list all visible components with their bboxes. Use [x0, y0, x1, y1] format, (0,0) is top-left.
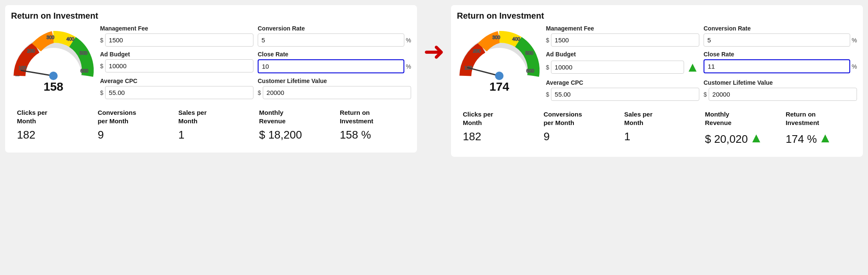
left-panel: Return on Investment — [5, 5, 417, 153]
left-avg-cpc: Average CPC $ — [100, 78, 253, 99]
right-conv-row: % — [704, 33, 857, 47]
left-stat-sales-label: Sales perMonth — [178, 108, 244, 125]
left-conv-wrapper: % — [258, 33, 411, 47]
left-stat-revenue-value: $ 18,200 — [259, 128, 324, 142]
right-stat-revenue-label: MonthlyRevenue — [705, 110, 770, 127]
left-title: Return on Investment — [11, 11, 411, 21]
direction-arrow-container: ➜ — [421, 5, 447, 64]
right-close-rate: Close Rate % — [704, 51, 857, 75]
left-stat-revenue-label: MonthlyRevenue — [259, 108, 324, 125]
right-clv-input[interactable] — [709, 88, 857, 101]
right-stat-conv-value: 9 — [543, 130, 609, 143]
left-close-percent: % — [406, 63, 411, 70]
right-stat-revenue: MonthlyRevenue $ 20,020 ▲ — [699, 105, 776, 151]
right-conversion-rate: Conversion Rate % — [704, 25, 857, 47]
right-clv-row: $ — [704, 88, 857, 101]
left-clv-currency: $ — [258, 89, 261, 96]
direction-arrow-icon: ➜ — [423, 39, 445, 64]
left-stat-sales-value: 1 — [178, 128, 244, 142]
right-mgmt-currency: $ — [546, 37, 549, 44]
right-stat-roi-value: 174 % — [786, 133, 817, 146]
right-close-row: % — [704, 59, 857, 73]
left-stats-row: Clicks perMonth 182 Conversionsper Month… — [11, 103, 411, 147]
left-clv: Customer Lifetime Value $ — [258, 78, 411, 99]
svg-point-9 — [49, 72, 58, 80]
right-stat-sales-label: Sales perMonth — [624, 110, 690, 127]
left-gauge: 100 200 300 400 500 600 — [13, 25, 94, 84]
left-ad-input[interactable] — [105, 59, 253, 72]
left-stat-revenue: MonthlyRevenue $ 18,200 — [253, 103, 330, 147]
left-close-label: Close Rate — [258, 51, 411, 58]
svg-text:500: 500 — [526, 50, 533, 56]
left-close-wrapper: % — [258, 59, 411, 73]
right-revenue-with-arrow: $ 20,020 ▲ — [705, 130, 770, 146]
right-stat-clicks-label: Clicks perMonth — [463, 110, 528, 127]
right-mgmt-row: $ — [546, 33, 699, 47]
left-conv-percent: % — [406, 37, 411, 44]
right-stat-clicks-value: 182 — [463, 130, 528, 143]
left-conv-input[interactable] — [258, 33, 404, 47]
right-cpc-input[interactable] — [551, 88, 699, 101]
left-clv-input[interactable] — [263, 86, 411, 99]
svg-text:300: 300 — [492, 35, 500, 40]
right-stat-sales: Sales perMonth 1 — [618, 105, 696, 151]
svg-text:200: 200 — [27, 48, 35, 53]
left-stat-clicks-value: 182 — [17, 128, 82, 142]
left-stat-roi-label: Return onInvestment — [340, 108, 405, 125]
svg-point-17 — [495, 72, 504, 80]
right-cpc-row: $ — [546, 88, 699, 101]
right-mgmt-input[interactable] — [551, 33, 699, 47]
right-close-input[interactable] — [704, 59, 850, 73]
right-clv-label: Customer Lifetime Value — [704, 79, 857, 86]
right-ad-label: Ad Budget — [546, 51, 699, 58]
right-title: Return on Investment — [457, 11, 857, 21]
right-ad-budget: Ad Budget $ ▲ — [546, 51, 699, 75]
right-clv-currency: $ — [704, 91, 707, 98]
right-stat-revenue-value: $ 20,020 — [705, 133, 748, 146]
right-avg-cpc: Average CPC $ — [546, 79, 699, 101]
left-ad-currency: $ — [100, 63, 103, 69]
svg-text:100: 100 — [19, 65, 26, 70]
left-cpc-input[interactable] — [105, 86, 253, 99]
roi-up-arrow-icon: ▲ — [818, 130, 832, 146]
left-stat-conv-value: 9 — [97, 128, 163, 142]
right-close-percent: % — [852, 63, 857, 70]
left-cpc-label: Average CPC — [100, 78, 253, 84]
left-conversion-rate: Conversion Rate % — [258, 25, 411, 47]
left-ad-label: Ad Budget — [100, 51, 253, 58]
left-conv-label: Conversion Rate — [258, 25, 411, 32]
right-management-fee: Management Fee $ — [546, 25, 699, 47]
right-stat-conversions: Conversionsper Month 9 — [537, 105, 615, 151]
ad-budget-up-arrow-icon: ▲ — [686, 59, 699, 75]
left-stat-roi: Return onInvestment 158 % — [334, 103, 411, 147]
left-close-input[interactable] — [258, 59, 404, 73]
left-top: 100 200 300 400 500 600 — [11, 25, 411, 99]
left-clv-wrapper: $ — [258, 86, 411, 99]
right-gauge-container: 100 200 300 400 500 600 174 — [457, 25, 542, 94]
right-ad-input[interactable] — [551, 61, 684, 74]
left-management-fee: Management Fee $ — [100, 25, 253, 47]
left-stat-roi-value: 158 % — [340, 128, 405, 142]
right-top: 100 200 300 400 500 600 174 Managemen — [457, 25, 857, 101]
right-stat-roi: Return onInvestment 174 % ▲ — [780, 105, 857, 151]
left-stat-clicks-label: Clicks perMonth — [17, 108, 82, 125]
left-mgmt-wrapper: $ — [100, 33, 253, 47]
right-mgmt-label: Management Fee — [546, 25, 699, 32]
right-conv-input[interactable] — [704, 33, 850, 47]
right-stat-roi-label: Return onInvestment — [786, 110, 851, 127]
left-mgmt-input[interactable] — [105, 33, 253, 47]
right-conv-label: Conversion Rate — [704, 25, 857, 32]
right-stat-conv-label: Conversionsper Month — [543, 110, 609, 127]
right-gauge-value: 174 — [490, 80, 509, 94]
svg-text:600: 600 — [526, 68, 534, 73]
left-stat-clicks: Clicks perMonth 182 — [11, 103, 88, 147]
left-ad-budget: Ad Budget $ — [100, 51, 253, 73]
right-cpc-label: Average CPC — [546, 79, 699, 86]
svg-text:500: 500 — [80, 50, 87, 56]
right-fields: Management Fee $ Conversion Rate % Ad Bu… — [546, 25, 857, 101]
right-panel: Return on Investment 100 200 300 400 500 — [451, 5, 863, 157]
right-ad-currency: $ — [546, 64, 549, 71]
left-clv-label: Customer Lifetime Value — [258, 78, 411, 84]
left-gauge-container: 100 200 300 400 500 600 — [11, 25, 96, 94]
right-ad-row: $ ▲ — [546, 59, 699, 75]
